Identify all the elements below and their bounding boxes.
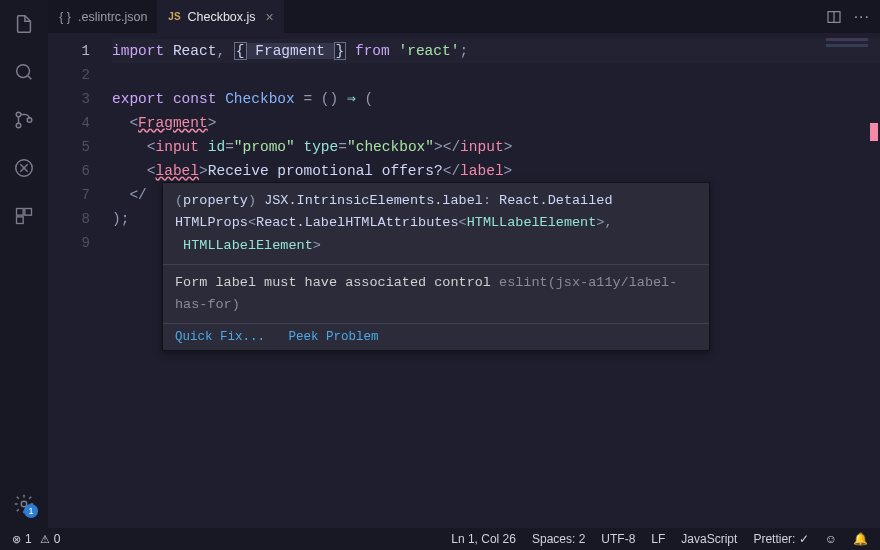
hover-actions: Quick Fix... Peek Problem xyxy=(163,323,709,350)
error-icon: ⊗ xyxy=(12,533,21,546)
activity-settings-icon[interactable]: 1 xyxy=(0,480,48,528)
js-icon: JS xyxy=(167,10,181,24)
svg-rect-7 xyxy=(17,217,24,224)
more-icon[interactable]: ··· xyxy=(854,8,870,26)
svg-point-0 xyxy=(17,65,30,78)
activity-scm-icon[interactable] xyxy=(0,96,48,144)
eol-status[interactable]: LF xyxy=(647,532,669,546)
svg-rect-6 xyxy=(25,209,32,216)
minimap[interactable] xyxy=(826,38,868,58)
hover-widget: (property) JSX.IntrinsicElements.label: … xyxy=(162,182,710,351)
hover-message: Form label must have associated control … xyxy=(163,264,709,324)
split-editor-icon[interactable] xyxy=(826,9,842,25)
activity-liveshare-icon[interactable] xyxy=(0,144,48,192)
svg-point-1 xyxy=(16,112,21,117)
activity-bar: 1 xyxy=(0,0,48,528)
braces-icon: { } xyxy=(58,10,72,24)
tab-label: .eslintrc.json xyxy=(78,10,147,24)
close-icon[interactable]: × xyxy=(266,9,274,25)
activity-search-icon[interactable] xyxy=(0,48,48,96)
feedback-icon[interactable]: ☺ xyxy=(821,532,841,546)
activity-files-icon[interactable] xyxy=(0,0,48,48)
settings-badge: 1 xyxy=(24,504,38,518)
quick-fix-link[interactable]: Quick Fix... xyxy=(175,330,265,344)
problems-status[interactable]: ⊗1 ⚠0 xyxy=(8,532,64,546)
activity-extension-icon[interactable] xyxy=(0,192,48,240)
tab-label: Checkbox.js xyxy=(187,10,255,24)
prettier-status[interactable]: Prettier: ✓ xyxy=(749,532,812,546)
bell-icon[interactable]: 🔔 xyxy=(849,532,872,546)
hover-signature: (property) JSX.IntrinsicElements.label: … xyxy=(163,183,709,264)
svg-rect-5 xyxy=(17,209,24,216)
status-bar: ⊗1 ⚠0 Ln 1, Col 26 Spaces: 2 UTF-8 LF Ja… xyxy=(0,528,880,550)
tab-bar: { } .eslintrc.json JS Checkbox.js × ··· xyxy=(48,0,880,33)
peek-problem-link[interactable]: Peek Problem xyxy=(289,330,379,344)
overview-ruler[interactable] xyxy=(870,33,878,233)
encoding-status[interactable]: UTF-8 xyxy=(597,532,639,546)
svg-point-2 xyxy=(16,123,21,128)
tab-checkbox-js[interactable]: JS Checkbox.js × xyxy=(157,0,283,33)
error-marker[interactable] xyxy=(870,123,878,141)
language-status[interactable]: JavaScript xyxy=(677,532,741,546)
line-gutter: 123456789 xyxy=(48,33,112,528)
warning-icon: ⚠ xyxy=(40,533,50,546)
indent-status[interactable]: Spaces: 2 xyxy=(528,532,589,546)
cursor-status[interactable]: Ln 1, Col 26 xyxy=(447,532,520,546)
tab-eslintrc[interactable]: { } .eslintrc.json xyxy=(48,0,157,33)
